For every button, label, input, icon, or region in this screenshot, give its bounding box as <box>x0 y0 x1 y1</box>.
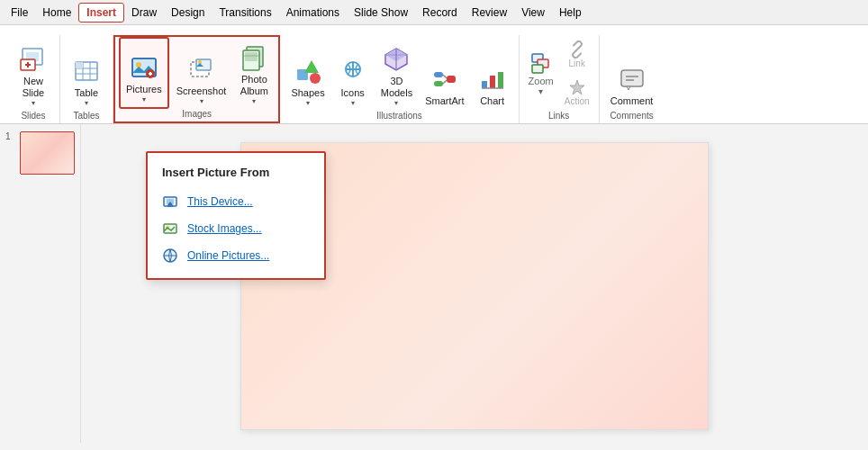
insert-picture-dropdown: Insert Picture From This Device... <box>146 151 326 280</box>
table-label: Table <box>75 87 98 99</box>
illustrations-group-label: Illustrations <box>376 111 422 123</box>
svg-point-26 <box>310 73 321 84</box>
pictures-button[interactable]: Pictures ▾ <box>119 37 169 109</box>
pictures-label: Pictures <box>126 84 162 95</box>
svg-rect-39 <box>482 81 487 88</box>
action-button[interactable]: Action <box>561 75 593 109</box>
zoom-button[interactable]: Zoom ▾ <box>525 40 557 105</box>
svg-rect-40 <box>490 76 495 88</box>
3d-models-label: 3DModels <box>381 76 412 99</box>
comment-button[interactable]: Comment <box>605 39 659 111</box>
stock-images-item[interactable]: Stock Images... <box>148 215 324 242</box>
svg-rect-36 <box>447 76 456 83</box>
photo-album-dropdown[interactable]: ▾ <box>252 97 256 105</box>
comments-group: Comment Comments <box>600 35 665 123</box>
screenshot-button[interactable]: Screenshot ▾ <box>171 37 232 109</box>
link-icon <box>568 40 586 58</box>
new-slide-icon <box>19 45 48 74</box>
menu-bar: File Home Insert Draw Design Transitions… <box>0 0 868 25</box>
this-device-item[interactable]: This Device... <box>148 188 324 215</box>
device-icon <box>162 194 178 210</box>
svg-marker-25 <box>304 60 319 73</box>
menu-design[interactable]: Design <box>164 4 212 22</box>
zoom-icon <box>529 50 554 76</box>
menu-animations[interactable]: Animations <box>279 4 347 22</box>
photo-album-icon <box>240 43 268 72</box>
tables-group-label: Tables <box>74 111 100 123</box>
3d-models-dropdown[interactable]: ▾ <box>394 99 398 107</box>
svg-line-46 <box>575 48 579 51</box>
menu-home[interactable]: Home <box>35 4 78 22</box>
menu-draw[interactable]: Draw <box>124 4 164 22</box>
svg-rect-48 <box>621 70 643 86</box>
new-slide-dropdown[interactable]: ▾ <box>32 99 35 107</box>
images-group-label: Images <box>182 109 212 122</box>
photo-album-button[interactable]: PhotoAlbum ▾ <box>233 37 275 109</box>
link-label: Link <box>569 58 585 68</box>
screenshot-label: Screenshot <box>176 86 227 97</box>
links-group-label: Links <box>548 111 569 123</box>
link-button[interactable]: Link <box>561 37 593 71</box>
smartart-label: SmartArt <box>425 95 464 107</box>
photo-album-label: PhotoAlbum <box>240 74 268 97</box>
stock-icon <box>162 220 178 237</box>
pictures-icon <box>130 53 158 82</box>
menu-insert[interactable]: Insert <box>78 3 124 22</box>
svg-marker-49 <box>627 86 630 90</box>
illustrations-group: Shapes ▾ Icons ▾ <box>280 35 519 123</box>
3d-models-button[interactable]: 3DModels ▾ <box>375 39 418 111</box>
menu-transitions[interactable]: Transitions <box>212 4 278 22</box>
this-device-label: This Device... <box>187 195 253 208</box>
3d-models-icon <box>382 45 411 74</box>
chart-button[interactable]: Chart <box>472 39 513 111</box>
images-group: Pictures ▾ Screenshot ▾ <box>113 35 280 123</box>
menu-record[interactable]: Record <box>415 4 465 22</box>
ribbon: NewSlide ▾ Slides Table <box>0 25 868 124</box>
shapes-button[interactable]: Shapes ▾ <box>285 39 330 111</box>
svg-marker-47 <box>570 80 584 94</box>
comments-group-label: Comments <box>610 111 653 123</box>
svg-rect-45 <box>532 65 543 73</box>
svg-line-38 <box>443 80 447 84</box>
pictures-dropdown[interactable]: ▾ <box>142 95 146 104</box>
svg-rect-34 <box>434 72 443 77</box>
action-label: Action <box>565 96 590 106</box>
comment-icon <box>618 65 646 94</box>
new-slide-button[interactable]: NewSlide ▾ <box>13 39 54 111</box>
online-icon <box>162 248 178 264</box>
screenshot-dropdown[interactable]: ▾ <box>200 97 203 105</box>
slide-number: 1 <box>5 131 16 141</box>
table-button[interactable]: Table ▾ <box>66 39 107 111</box>
menu-file[interactable]: File <box>4 4 35 22</box>
menu-view[interactable]: View <box>514 4 552 22</box>
smartart-button[interactable]: SmartArt <box>420 39 469 111</box>
action-icon <box>568 78 586 96</box>
svg-rect-41 <box>498 72 503 88</box>
links-group: Zoom ▾ Link <box>520 35 600 123</box>
slide-thumbnail[interactable] <box>20 131 75 175</box>
zoom-dropdown[interactable]: ▾ <box>538 86 543 96</box>
icons-dropdown[interactable]: ▾ <box>351 99 355 107</box>
svg-line-37 <box>443 75 447 78</box>
menu-review[interactable]: Review <box>465 4 514 22</box>
slide-thumb-row: 1 <box>5 131 75 175</box>
menu-slideshow[interactable]: Slide Show <box>347 4 415 22</box>
slides-group-label: Slides <box>21 111 45 123</box>
online-pictures-item[interactable]: Online Pictures... <box>148 242 324 269</box>
shapes-icon <box>294 57 322 86</box>
screenshot-icon <box>187 55 216 84</box>
comment-label: Comment <box>610 95 654 107</box>
stock-images-label: Stock Images... <box>187 222 262 235</box>
shapes-label: Shapes <box>291 87 324 99</box>
dropdown-title: Insert Picture From <box>148 162 324 188</box>
menu-help[interactable]: Help <box>552 4 589 22</box>
shapes-dropdown[interactable]: ▾ <box>306 99 310 107</box>
online-pictures-label: Online Pictures... <box>187 249 269 262</box>
tables-group: Table ▾ Tables <box>60 35 113 123</box>
table-icon <box>72 57 101 86</box>
slide-panel: 1 <box>0 124 81 443</box>
zoom-label: Zoom <box>529 76 554 86</box>
table-dropdown[interactable]: ▾ <box>85 99 88 107</box>
icons-button[interactable]: Icons ▾ <box>332 39 374 111</box>
chart-label: Chart <box>480 95 504 107</box>
